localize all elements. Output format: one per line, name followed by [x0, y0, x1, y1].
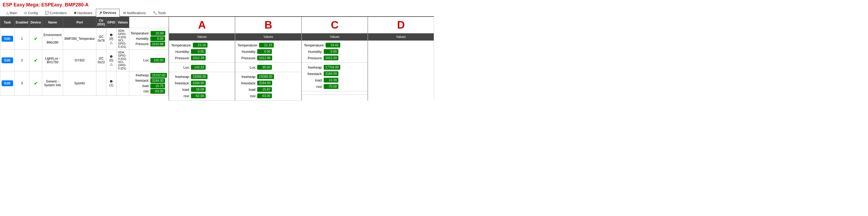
panel-C-row3: [302, 91, 368, 95]
edit-button-3[interactable]: Edit: [2, 80, 13, 86]
th-values: Values: [117, 17, 129, 28]
nav-tools[interactable]: 🔧 Tools: [149, 9, 169, 17]
edit-button-1[interactable]: Edit: [2, 36, 13, 42]
gpio-3: [117, 71, 129, 96]
hardware-icon: ✱: [74, 11, 76, 15]
notifications-icon: ✉: [123, 11, 126, 15]
panel-D-values-header: Values: [368, 33, 434, 40]
panel-D-letter: D: [368, 17, 434, 33]
table-row: Edit 1 ✔ Environment - BMx280 BMP280_Tem…: [0, 28, 168, 50]
enabled-3: ✔: [29, 71, 42, 96]
th-enabled: Enabled: [14, 17, 29, 28]
panel-C-values-header: Values: [302, 33, 368, 40]
gpio-1: SDA: GPIO-4 (D2)SCL: GPIO-5 (D1): [117, 28, 129, 50]
nav-bar: △ Main ⊙ Config 💬 Controllers ✱ Hardware…: [0, 9, 434, 17]
panel-A: A Values Temperature:23.16 Humidity:0.00…: [168, 17, 235, 101]
port-3: [96, 71, 106, 96]
task-num-1: 1: [14, 28, 29, 50]
task-num-3: 3: [14, 71, 29, 96]
nav-hardware-label: Hardware: [78, 11, 92, 15]
devices-icon: ⊁: [99, 11, 102, 15]
nav-devices[interactable]: ⊁ Devices: [96, 9, 120, 17]
nav-tools-label: Tools: [158, 11, 166, 15]
panel-C: C Values Temperature:24.41 Humidity:0.00…: [301, 17, 368, 101]
edit-cell-1: Edit: [0, 28, 15, 50]
nav-notifications[interactable]: ✉ Notifications: [120, 9, 149, 17]
th-gpio: GPIO: [106, 17, 117, 28]
main-table-area: Task Enabled Device Name Port Ctr (IDX) …: [0, 17, 168, 101]
port-1: I2C 0x76: [96, 28, 106, 50]
nav-config[interactable]: ⊙ Config: [21, 9, 41, 17]
ctr-3: ❶ (1): [106, 71, 117, 96]
panel-B-row3: freeheap:15088.00 freestack:3184.00 load…: [235, 72, 301, 101]
edit-button-2[interactable]: Edit: [2, 57, 13, 63]
th-device: Device: [29, 17, 42, 28]
enabled-1: ✔: [29, 28, 42, 50]
nav-main-label: Main: [10, 11, 17, 15]
panel-A-row1: Temperature:23.16 Humidity:0.00 Pressure…: [169, 40, 235, 63]
port-2: I2C 0x23: [96, 50, 106, 71]
nav-controllers-label: Controllers: [50, 11, 67, 15]
panel-C-row1: Temperature:24.41 Humidity:0.00 Pressure…: [302, 40, 368, 63]
table-row: Edit 2 ✔ Light/Lux - BH1750 GY302 I2C 0x…: [0, 50, 168, 71]
values-3: freeheap:15152.00 freestack:3184.00 load…: [129, 71, 168, 96]
panel-A-row2: Lux:143.33: [169, 63, 235, 72]
panel-A-row3: freeheap:15088.00 freestack:3184.00 load…: [169, 72, 235, 101]
panel-C-letter: C: [302, 17, 368, 33]
panel-D: D Values: [368, 17, 434, 101]
task-num-2: 2: [14, 50, 29, 71]
name-1: BMP280_Temperatur: [63, 28, 96, 50]
table-header-row: Task Enabled Device Name Port Ctr (IDX) …: [0, 17, 168, 28]
enabled-2: ✔: [29, 50, 42, 71]
th-name: Name: [42, 17, 63, 28]
values-1: Temperature:20.89 Humidity:0.00 Pressure…: [129, 28, 168, 50]
page-title: ESP Easy Mega: ESPEasy_BMP280-A: [0, 0, 434, 9]
th-ctr: Ctr (IDX): [96, 17, 106, 28]
config-icon: ⊙: [24, 11, 27, 15]
device-1: Environment - BMx280: [42, 28, 63, 50]
edit-cell-3: Edit: [0, 71, 15, 96]
panel-B-values-header: Values: [235, 33, 301, 40]
panel-A-values-header: Values: [169, 33, 235, 40]
panel-A-letter: A: [169, 17, 235, 33]
edit-cell-2: Edit: [0, 50, 15, 71]
main-icon: △: [6, 11, 9, 15]
nav-notifications-label: Notifications: [127, 11, 146, 15]
gpio-2: SDA: GPIO-4 (D2)SCL: GPIO-5 (D1): [117, 50, 129, 71]
panel-B-row1: Temperature:21.15 Humidity:0.00 Pressure…: [235, 40, 301, 63]
controllers-icon: 💬: [45, 11, 49, 15]
tools-icon: 🔧: [153, 11, 157, 15]
panel-C-row2: freeheap:17704.00 freestack:3184.00 load…: [302, 63, 368, 91]
name-3: SysInfo: [63, 71, 96, 96]
device-2: Light/Lux - BH1750: [42, 50, 63, 71]
ctr-2: ❶ (0) △: [106, 50, 117, 71]
nav-main[interactable]: △ Main: [3, 9, 21, 17]
nav-config-label: Config: [28, 11, 38, 15]
name-2: GY302: [63, 50, 96, 71]
device-3: Generic - System Info: [42, 71, 63, 96]
ctr-1: ❶ (0) △: [106, 28, 117, 50]
table-row: Edit 3 ✔ Generic - System Info SysInfo ❶…: [0, 71, 168, 96]
panel-B-row2: Lux:90.00: [235, 63, 301, 72]
th-task: Task: [0, 17, 15, 28]
nav-hardware[interactable]: ✱ Hardware: [70, 9, 96, 17]
th-port: Port: [63, 17, 96, 28]
panel-B: B Values Temperature:21.15 Humidity:0.00…: [235, 17, 301, 101]
nav-devices-label: Devices: [103, 11, 116, 15]
values-2: Lux:100.00: [129, 50, 168, 71]
panel-B-letter: B: [235, 17, 301, 33]
nav-controllers[interactable]: 💬 Controllers: [41, 9, 70, 17]
